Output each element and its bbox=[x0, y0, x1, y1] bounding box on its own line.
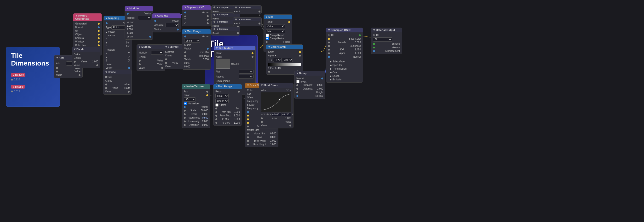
multiply-title: ∨ Multiply bbox=[139, 45, 152, 48]
mix-result-socket bbox=[288, 21, 290, 23]
max-2-out: Result bbox=[234, 22, 260, 25]
fc-value-in: Value bbox=[261, 120, 291, 124]
fc-x-input[interactable] bbox=[272, 113, 281, 116]
bt-bias: Bias 0.000 bbox=[247, 135, 276, 139]
mix-clamp-result-cb[interactable] bbox=[266, 34, 269, 37]
tc-uv-socket bbox=[98, 30, 100, 32]
tile-dimensions-title: Tile Dimensions bbox=[11, 52, 55, 67]
mix-result-out: Result bbox=[266, 20, 290, 24]
pbsdf-sheen: ▶ Sheen bbox=[328, 74, 361, 78]
bump-normal-out-socket bbox=[321, 77, 323, 79]
compare-4-body: Result bbox=[212, 31, 240, 35]
fc-y-input[interactable] bbox=[282, 113, 291, 116]
tc-window-socket bbox=[98, 41, 100, 43]
pbsdf-ior-socket bbox=[328, 49, 330, 51]
modulo-type-row: Modulo bbox=[127, 15, 151, 20]
fc-factor-socket bbox=[261, 117, 263, 119]
mrb-linear: Linear bbox=[216, 98, 240, 103]
divide-top-value-in: Value 1.000 bbox=[74, 60, 98, 63]
subtract-title: ∨ Subtract bbox=[165, 45, 178, 48]
cr-gradient bbox=[268, 63, 301, 66]
principled-bsdf-node: ∨ Principled BSDF BSDF Base Color Metall… bbox=[326, 28, 363, 82]
add-value-in2: Value bbox=[56, 70, 80, 73]
abs-select[interactable] bbox=[166, 23, 179, 27]
mapping-rot-z: Z 0° bbox=[106, 59, 130, 62]
mapping-vector-out: Vector bbox=[106, 66, 130, 70]
tt-flat-select[interactable] bbox=[239, 70, 254, 74]
pbsdf-roughness: Roughness bbox=[328, 44, 361, 48]
nt-3d-select[interactable]: 3D bbox=[184, 97, 196, 101]
modulo-header: ∨ Modulo bbox=[125, 6, 153, 11]
mrb-from-min: From Min 0.000 bbox=[216, 110, 240, 114]
mrb-linear-select[interactable]: Linear bbox=[216, 99, 228, 103]
mix-clamp-factor: Clamp Factor bbox=[266, 37, 290, 40]
mrb-float-select[interactable]: Float bbox=[216, 94, 228, 98]
float-curve-title: ∨ Float Curve bbox=[261, 84, 278, 87]
absolute-header: ∨ Absolute bbox=[152, 14, 181, 18]
mix-factor-socket bbox=[266, 41, 268, 43]
add-val1-socket bbox=[56, 67, 58, 69]
nt-vector-socket bbox=[184, 106, 186, 108]
tt-color-socket bbox=[252, 52, 254, 54]
bt-color1-socket bbox=[247, 115, 249, 117]
fc-buttons: □ □ ∨ bbox=[286, 89, 291, 91]
pbsdf-metallic-socket bbox=[328, 42, 330, 43]
mapping-loc-z: Z 0 m bbox=[106, 44, 130, 48]
bump-height-in: Height bbox=[296, 90, 323, 94]
fc-curve-preview bbox=[261, 92, 291, 112]
bump-normal-out: Normal bbox=[296, 77, 323, 80]
cr-rgb-select[interactable]: RGB bbox=[273, 58, 282, 62]
compare-4-header: ∨ Compare bbox=[212, 27, 240, 31]
mix-title: ∨ Mix bbox=[266, 15, 273, 19]
bt-mortar-size: Mortar Size bbox=[247, 128, 276, 132]
mo-all-select[interactable]: All bbox=[373, 37, 392, 42]
fc-value-in-socket bbox=[261, 121, 263, 123]
nt-lacunarity: Lacunarity 2.000 bbox=[184, 120, 208, 123]
mix-color-label: Color bbox=[266, 24, 290, 29]
absolute-label-row: Absolute bbox=[154, 23, 179, 28]
cr-interp-select[interactable]: Linear bbox=[282, 58, 293, 62]
mix-type-select[interactable]: Mix bbox=[266, 29, 285, 33]
mr-top-select[interactable]: Linear bbox=[184, 39, 200, 43]
map-range-top-header: ∨ Map Range bbox=[182, 29, 210, 34]
map-range-bottom-header: ∨ Map Range bbox=[214, 84, 242, 89]
tc-camera: Camera bbox=[75, 36, 100, 40]
spacing-header: ∨ Spacing bbox=[11, 85, 25, 88]
multiply-select[interactable] bbox=[151, 51, 163, 55]
color-ramp-title: ∨ Color Ramp bbox=[268, 45, 286, 48]
tile-texture-node-header: ∨ Tile Texture bbox=[214, 46, 256, 50]
mrb-to-min: To Min: 0.980 bbox=[216, 117, 240, 121]
color-ramp-node: ∨ Color Ramp Color Alpha ● + - ∨ RGB Lin… bbox=[266, 44, 303, 75]
mix-color-select[interactable]: Color bbox=[266, 24, 285, 28]
bump-strength-socket bbox=[296, 84, 298, 86]
material-output-header: ∨ Material Output bbox=[371, 28, 402, 32]
divide-top-node: ∨ Divide Divide Clamp Value 1.000 Value bbox=[72, 47, 100, 68]
divide-top-header: ∨ Divide bbox=[72, 47, 100, 52]
mr-top-clamp: Clamp bbox=[184, 43, 209, 47]
divide-bot-val2-socket bbox=[105, 87, 107, 89]
mrb-clamp-cb[interactable] bbox=[216, 103, 218, 106]
nt-vector-in: Vector bbox=[184, 105, 208, 109]
mrb-fac-in: Fac bbox=[216, 106, 240, 110]
modulo-vec-in-socket bbox=[127, 13, 129, 15]
fc-coords: ▲▼ ◁▷ ∨ ✕ bbox=[261, 112, 291, 117]
multiply-clamp: Clamp bbox=[139, 55, 163, 59]
nt-normalize-cb[interactable] bbox=[184, 102, 187, 105]
fc-factor-in: Factor 1.000 bbox=[261, 117, 291, 120]
spacing-socket bbox=[11, 90, 13, 92]
mr-top-to-max2: 0.000 bbox=[184, 65, 209, 68]
multiply-header: ∨ Multiply bbox=[137, 45, 165, 49]
multiply-body: Multiply Clamp Value Value Value bbox=[137, 49, 165, 71]
mapping-scale-label: Scale bbox=[106, 62, 130, 66]
multiply-value-in: Value bbox=[139, 59, 163, 62]
tc-object-socket bbox=[98, 34, 100, 36]
fc-controls: Value □ □ ∨ bbox=[261, 88, 291, 92]
modulo-select[interactable] bbox=[138, 16, 151, 20]
mix-clamp-factor-cb[interactable] bbox=[266, 37, 269, 40]
tt-repeat-select[interactable] bbox=[239, 75, 254, 79]
tt-alpha-out: Alpha bbox=[216, 55, 254, 59]
tt-single-image: Single Image bbox=[216, 79, 254, 83]
bt-vector-socket bbox=[247, 111, 249, 113]
bump-invert-cb[interactable] bbox=[296, 80, 300, 83]
noise-texture-body: Fac Color 3D Normalize Vector Scale 50.0… bbox=[182, 89, 210, 128]
